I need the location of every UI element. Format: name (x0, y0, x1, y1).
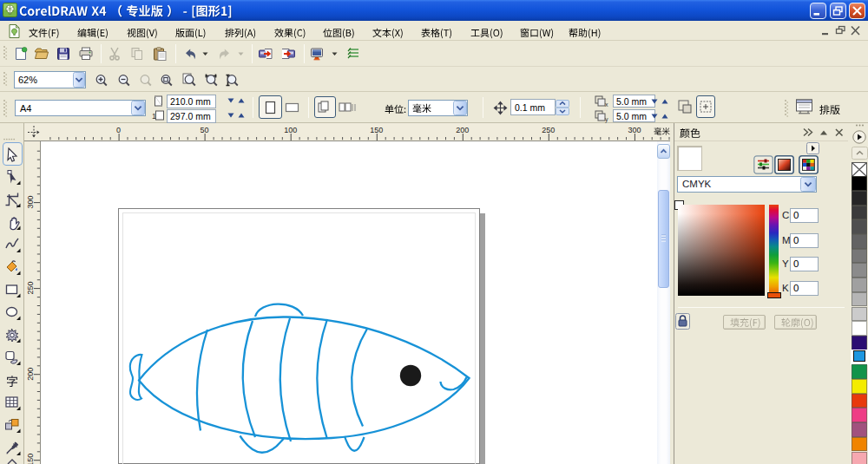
svg-text:150: 150 (26, 454, 35, 464)
svg-text:x: x (605, 101, 608, 108)
svg-text:200: 200 (456, 126, 469, 134)
svg-text:0: 0 (116, 126, 121, 134)
svg-text:150: 150 (370, 126, 383, 134)
svg-text:300: 300 (628, 126, 641, 134)
svg-text:250: 250 (26, 282, 35, 295)
svg-text:300: 300 (26, 196, 35, 209)
svg-text:100: 100 (284, 126, 297, 134)
svg-text:y: y (605, 116, 608, 123)
svg-text:200: 200 (26, 368, 35, 381)
svg-text:50: 50 (201, 126, 209, 134)
svg-text:250: 250 (542, 126, 555, 134)
